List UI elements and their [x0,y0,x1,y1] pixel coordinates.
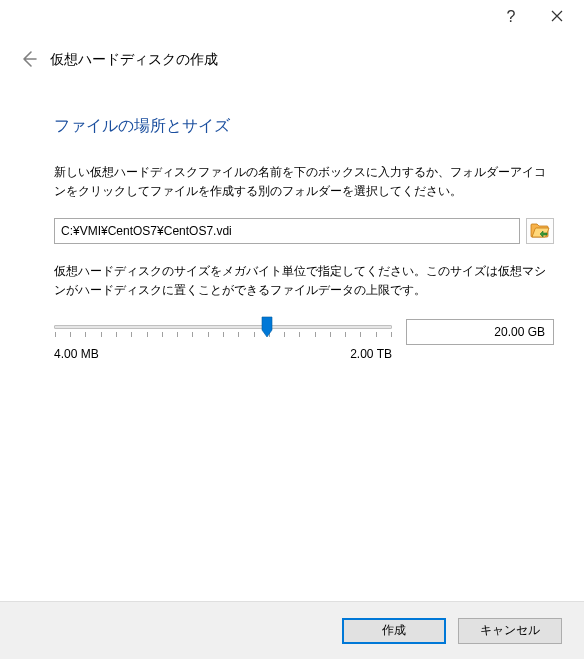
file-path-input[interactable] [54,218,520,244]
slider-labels: 4.00 MB 2.00 TB [54,347,392,361]
size-value-field[interactable]: 20.00 GB [406,319,554,345]
slider-ticks [55,332,391,340]
size-slider-row: 4.00 MB 2.00 TB 20.00 GB [54,317,554,361]
titlebar: ? [0,0,584,40]
slider-max-label: 2.00 TB [350,347,392,361]
close-icon [551,10,563,25]
folder-icon [530,221,550,242]
size-slider[interactable]: 4.00 MB 2.00 TB [54,317,392,361]
help-icon: ? [507,8,516,26]
footer: 作成 キャンセル [0,601,584,659]
file-location-description: 新しい仮想ハードディスクファイルの名前を下のボックスに入力するか、フォルダーアイ… [54,163,554,200]
section-title: ファイルの場所とサイズ [54,116,554,137]
size-description: 仮想ハードディスクのサイズをメガバイト単位で指定してください。このサイズは仮想マ… [54,262,554,299]
page-title: 仮想ハードディスクの作成 [50,51,218,69]
cancel-button[interactable]: キャンセル [458,618,562,644]
back-arrow-icon [19,50,37,71]
header-row: 仮想ハードディスクの作成 [0,40,584,90]
help-button[interactable]: ? [488,1,534,33]
back-button[interactable] [16,48,40,72]
close-button[interactable] [534,1,580,33]
file-path-row [54,218,554,244]
content-area: ファイルの場所とサイズ 新しい仮想ハードディスクファイルの名前を下のボックスに入… [0,90,584,361]
slider-min-label: 4.00 MB [54,347,99,361]
create-button[interactable]: 作成 [342,618,446,644]
browse-folder-button[interactable] [526,218,554,244]
slider-track [54,325,392,329]
slider-thumb[interactable] [261,316,273,338]
